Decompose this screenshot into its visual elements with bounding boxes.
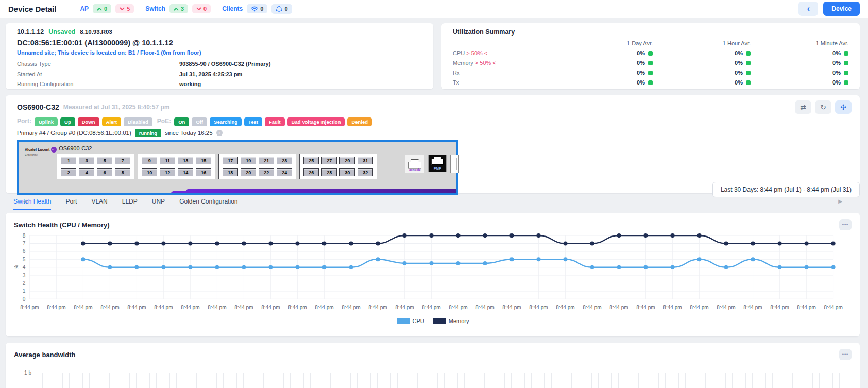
date-range-selector[interactable]: Last 30 Days: 8:44 pm (Jul 1) - 8:44 pm … (712, 182, 860, 197)
emp-port[interactable]: EMP (428, 155, 447, 172)
refresh-button[interactable]: ↻ (815, 100, 831, 114)
poe-state-badge[interactable]: On (174, 117, 189, 126)
util-threshold: > 50% < (475, 60, 496, 66)
poe-caption: PoE: (157, 117, 171, 125)
util-value-cell: 0% (653, 78, 751, 88)
svg-text:8:44 pm: 8:44 pm (583, 305, 601, 310)
utilization-table: 1 Day Avr.1 Hour Avr.1 Minute Avr.CPU > … (453, 39, 848, 88)
tab-vlan[interactable]: VLAN (91, 198, 107, 210)
clients-mesh-badge[interactable]: 0 (271, 4, 292, 14)
svg-text:8:44 pm: 8:44 pm (47, 305, 65, 310)
ap-down-badge[interactable]: 5 (115, 4, 134, 13)
switch-port[interactable]: 5 (97, 157, 112, 164)
switch-port[interactable]: 21 (259, 157, 274, 164)
switch-port[interactable]: 19 (241, 157, 256, 164)
switch-port[interactable]: 20 (241, 168, 256, 176)
switch-port[interactable]: 1 (61, 157, 76, 164)
chart-legend: CPUMemory (14, 318, 852, 324)
switch-port[interactable]: 29 (339, 157, 355, 164)
tab-lldp[interactable]: LLDP (122, 198, 138, 210)
switch-port[interactable]: 17 (223, 157, 238, 164)
util-corner (453, 39, 555, 48)
usb-port[interactable] (450, 155, 459, 173)
svg-text:8:44 pm: 8:44 pm (717, 305, 735, 310)
poe-state-badge[interactable]: Test (244, 117, 262, 126)
switch-up-badge[interactable]: 3 (169, 4, 188, 13)
switch-port[interactable]: 32 (358, 168, 373, 176)
back-button[interactable]: ‹ (798, 2, 818, 16)
info-icon[interactable]: i (216, 130, 223, 136)
switch-port[interactable]: 24 (277, 168, 292, 176)
svg-text:8:44 pm: 8:44 pm (127, 305, 146, 310)
switch-port[interactable]: 8 (115, 168, 130, 176)
switch-port[interactable]: 30 (339, 168, 355, 176)
legend-label: Memory (449, 318, 469, 324)
ap-up-badge[interactable]: 0 (93, 4, 111, 13)
device-button[interactable]: Device (823, 2, 860, 16)
poe-state-badge[interactable]: Denied (347, 117, 372, 126)
status-ok-indicator (746, 61, 751, 65)
more-options-button[interactable]: ••• (839, 219, 852, 230)
switch-port[interactable]: 15 (196, 157, 211, 164)
switch-port[interactable]: 14 (178, 168, 193, 176)
switch-port[interactable]: 12 (160, 168, 175, 176)
vendor-subtitle: Enterprise (25, 153, 57, 156)
attribute-value: working (179, 79, 201, 90)
switch-port[interactable]: 6 (97, 168, 112, 176)
switch-port[interactable]: 7 (115, 157, 130, 164)
switch-port[interactable]: 25 (303, 157, 319, 164)
switch-port[interactable]: 28 (321, 168, 337, 176)
switch-port[interactable]: 2 (61, 168, 76, 176)
switch-port[interactable]: 3 (79, 157, 94, 164)
status-ok-indicator (746, 80, 751, 85)
util-value: 0% (832, 79, 841, 86)
compare-icon: ⇄ (800, 103, 806, 111)
util-value: 0% (735, 70, 743, 76)
switch-down-badge[interactable]: 0 (192, 4, 211, 13)
switch-faceplate[interactable]: Alcatel-Lucent Enterprise OS6900-C32 135… (17, 140, 458, 195)
more-options-button[interactable]: ••• (839, 349, 852, 360)
switch-port[interactable]: 31 (358, 157, 373, 164)
poe-state-badge[interactable]: Searching (210, 117, 242, 126)
switch-port[interactable]: 9 (142, 157, 157, 164)
tab-golden-configuration[interactable]: Golden Configuration (179, 198, 237, 210)
port-state-badge[interactable]: Uplink (35, 117, 58, 126)
util-threshold: > 50% < (466, 50, 487, 56)
switch-port[interactable]: 11 (160, 157, 175, 164)
switch-port[interactable]: 26 (303, 168, 319, 176)
switch-port[interactable]: 27 (321, 157, 337, 164)
util-column-header: 1 Day Avr. (555, 39, 653, 48)
average-bandwidth-card: Average bandwidth ••• 1 b (6, 343, 860, 388)
switch-port[interactable]: 16 (196, 168, 211, 176)
status-ok-indicator (844, 61, 848, 65)
tab-port[interactable]: Port (65, 198, 77, 210)
switch-port[interactable]: 13 (178, 157, 193, 164)
svg-text:7: 7 (23, 241, 26, 246)
poe-state-badge[interactable]: Bad Voltage Injection (287, 117, 345, 126)
legend-item-memory: Memory (433, 318, 469, 324)
tab-unp[interactable]: UNP (152, 198, 165, 210)
arrow-down-icon (120, 7, 125, 11)
switch-port[interactable]: 10 (142, 168, 157, 176)
poe-state-badge[interactable]: Fault (265, 117, 285, 126)
svg-text:2: 2 (23, 280, 26, 286)
compare-button[interactable]: ⇄ (795, 100, 811, 114)
tab-switch-health[interactable]: Switch Health (13, 198, 51, 210)
switch-port[interactable]: 4 (79, 168, 94, 176)
vendor-logo: Alcatel-Lucent Enterprise (19, 142, 57, 193)
switch-port[interactable]: 18 (223, 168, 238, 176)
console-port[interactable]: console (405, 155, 424, 173)
device-location-link[interactable]: Unnamed site; This device is located on:… (17, 49, 424, 56)
device-attribute-row: Chassis Type903855-90 / OS6900-C32 (Prim… (17, 59, 424, 70)
clients-wifi-badge[interactable]: 0 (247, 4, 267, 13)
port-state-badge[interactable]: Alert (102, 117, 122, 126)
port-state-badge[interactable]: Down (78, 117, 99, 126)
switch-port[interactable]: 23 (277, 157, 292, 164)
poe-state-badge[interactable]: Off (192, 117, 207, 126)
port-state-badge[interactable]: Up (60, 117, 75, 126)
fan-status-button[interactable]: ✣ (835, 100, 852, 114)
switch-port[interactable]: 22 (259, 168, 274, 176)
legend-item-cpu: CPU (397, 318, 424, 324)
port-state-badge[interactable]: Disabled (124, 117, 152, 126)
attribute-value: Jul 31, 2025 4:25:23 pm (179, 70, 242, 80)
